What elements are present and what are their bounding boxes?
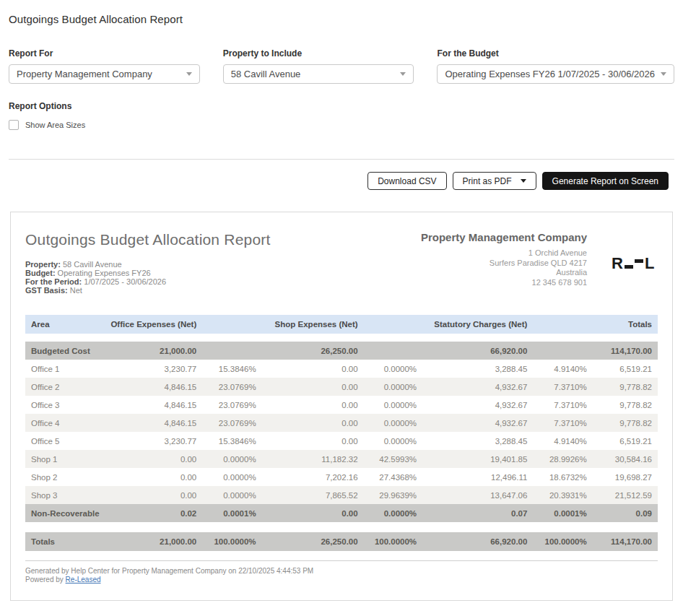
table-header-row: Area Office Expenses (Net) Shop Expenses… — [25, 315, 658, 334]
value-cell: 28.9926% — [533, 450, 592, 468]
value-cell: 100.0000% — [202, 532, 261, 551]
value-cell: 15.3846% — [202, 360, 261, 378]
filter-label: Property to Include — [223, 48, 414, 58]
show-area-sizes-checkbox[interactable] — [9, 120, 19, 130]
page-title: Outgoings Budget Allocation Report — [9, 13, 674, 25]
table-row: Office 44,846.1523.0769%0.000.0000%4,932… — [25, 414, 658, 432]
table-row: Non-Recoverable0.020.0001%0.000.0000%0.0… — [25, 504, 658, 522]
area-cell: Budgeted Cost — [25, 342, 103, 360]
value-cell: 0.09 — [593, 504, 658, 522]
value-cell: 0.00 — [262, 378, 364, 396]
value-cell: 0.00 — [103, 486, 202, 504]
value-cell: 12,496.11 — [422, 468, 533, 486]
generated-line: Generated by Help Center for Property Ma… — [25, 567, 658, 576]
value-cell: 0.0000% — [202, 450, 261, 468]
report-title: Outgoings Budget Allocation Report — [25, 231, 271, 248]
value-cell: 3,288.45 — [422, 360, 533, 378]
property-select[interactable]: 58 Cavill Avenue — [223, 64, 414, 84]
filters-row: Report For Property Management Company P… — [9, 48, 674, 84]
value-cell: 27.4368% — [364, 468, 422, 486]
print-as-pdf-label: Print as PDF — [463, 176, 512, 186]
table-row: Shop 30.000.0000%7,865.5229.9639%13,647.… — [25, 486, 658, 504]
report-header-left: Outgoings Budget Allocation Report Prope… — [25, 231, 271, 295]
value-cell: 23.0769% — [202, 378, 261, 396]
value-cell: 0.00 — [262, 504, 364, 522]
value-cell: 0.00 — [103, 450, 202, 468]
chevron-down-icon — [661, 72, 666, 76]
value-cell: 0.00 — [262, 414, 364, 432]
table-row: Office 53,230.7715.3846%0.000.0000%3,288… — [25, 432, 658, 450]
value-cell: 0.0000% — [364, 504, 422, 522]
filter-property: Property to Include 58 Cavill Avenue — [223, 48, 414, 84]
area-cell: Totals — [25, 532, 103, 551]
value-cell: 0.02 — [103, 504, 202, 522]
value-cell: 18.6732% — [533, 468, 592, 486]
value-cell: 9,778.82 — [593, 414, 658, 432]
value-cell: 23.0769% — [202, 396, 261, 414]
value-cell — [533, 342, 592, 360]
value-cell: 26,250.00 — [262, 532, 364, 551]
area-cell: Shop 1 — [25, 450, 103, 468]
report-footer: Generated by Help Center for Property Ma… — [25, 560, 658, 584]
table-row: Totals21,000.00100.0000%26,250.00100.000… — [25, 532, 658, 551]
value-cell: 21,000.00 — [103, 342, 202, 360]
value-cell: 0.0000% — [364, 378, 422, 396]
value-cell: 4,932.67 — [422, 378, 533, 396]
value-cell: 0.00 — [262, 432, 364, 450]
company-name: Property Management Company — [421, 231, 587, 243]
report-for-select[interactable]: Property Management Company — [9, 64, 200, 84]
value-cell: 0.00 — [103, 468, 202, 486]
area-cell: Non-Recoverable — [25, 504, 103, 522]
download-csv-button[interactable]: Download CSV — [367, 172, 446, 190]
report-table-body: Budgeted Cost21,000.0026,250.0066,920.00… — [25, 342, 658, 551]
value-cell: 4.9140% — [533, 432, 592, 450]
value-cell: 9,778.82 — [593, 396, 658, 414]
meta-line: GST Basis: Net — [25, 286, 271, 295]
value-cell: 21,512.59 — [593, 486, 658, 504]
re-leased-logo-icon: RL — [612, 254, 658, 273]
report-meta: Property: 58 Cavill Avenue Budget: Opera… — [25, 260, 271, 295]
value-cell: 20.3931% — [533, 486, 592, 504]
print-as-pdf-button[interactable]: Print as PDF — [453, 172, 536, 190]
table-row: Office 13,230.7715.3846%0.000.0000%3,288… — [25, 360, 658, 378]
value-cell: 66,920.00 — [422, 532, 533, 551]
chevron-down-icon — [521, 179, 526, 183]
value-cell: 15.3846% — [202, 432, 261, 450]
value-cell: 4.9140% — [533, 360, 592, 378]
value-cell: 7,202.16 — [262, 468, 364, 486]
company-block: Property Management Company 1 Orchid Ave… — [421, 231, 587, 287]
powered-line: Powered by Re-Leased — [25, 576, 658, 584]
generate-report-button[interactable]: Generate Report on Screen — [542, 172, 669, 190]
value-cell: 7.3710% — [533, 414, 592, 432]
value-cell: 6,519.21 — [593, 360, 658, 378]
meta-line: Budget: Operating Expenses FY26 — [25, 269, 271, 277]
value-cell — [202, 342, 261, 360]
value-cell: 0.00 — [262, 360, 364, 378]
filter-label: For the Budget — [437, 48, 674, 58]
company-address: 1 Orchid Avenue Surfers Paradise QLD 421… — [421, 248, 587, 287]
area-cell: Shop 3 — [25, 486, 103, 504]
budget-select[interactable]: Operating Expenses FY26 1/07/2025 - 30/0… — [437, 64, 674, 84]
value-cell: 0.0001% — [533, 504, 592, 522]
value-cell: 3,230.77 — [103, 432, 202, 450]
area-cell: Office 1 — [25, 360, 103, 378]
report-header: Outgoings Budget Allocation Report Prope… — [25, 231, 658, 295]
report-options-section: Report Options Show Area Sizes — [9, 101, 674, 130]
value-cell: 29.9639% — [364, 486, 422, 504]
value-cell: 100.0000% — [364, 532, 422, 551]
value-cell: 19,698.27 — [593, 468, 658, 486]
value-cell: 6,519.21 — [593, 432, 658, 450]
select-value: 58 Cavill Avenue — [231, 69, 301, 79]
value-cell: 114,170.00 — [593, 532, 658, 551]
value-cell: 23.0769% — [202, 414, 261, 432]
area-cell: Office 4 — [25, 414, 103, 432]
value-cell: 3,288.45 — [422, 432, 533, 450]
filter-budget: For the Budget Operating Expenses FY26 1… — [437, 48, 674, 84]
report-options-heading: Report Options — [9, 101, 674, 111]
value-cell: 19,401.85 — [422, 450, 533, 468]
chevron-down-icon — [400, 72, 406, 76]
table-row: Office 24,846.1523.0769%0.000.0000%4,932… — [25, 378, 658, 396]
value-cell: 4,846.15 — [103, 396, 202, 414]
re-leased-link[interactable]: Re-Leased — [66, 576, 101, 584]
show-area-sizes-row[interactable]: Show Area Sizes — [9, 120, 674, 130]
